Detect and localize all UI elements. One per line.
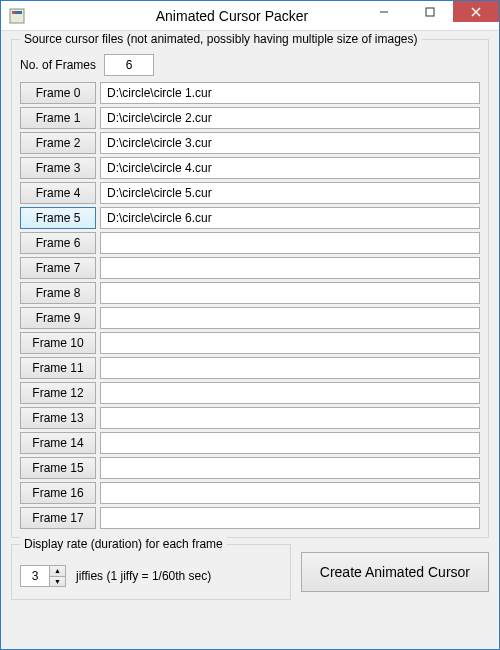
frame-row: Frame 14 xyxy=(20,432,480,454)
frame-path-input[interactable] xyxy=(100,257,480,279)
frame-button[interactable]: Frame 0 xyxy=(20,82,96,104)
frame-row: Frame 4D:\circle\circle 5.cur xyxy=(20,182,480,204)
titlebar: Animated Cursor Packer xyxy=(1,1,499,31)
frame-button[interactable]: Frame 8 xyxy=(20,282,96,304)
frame-row: Frame 3D:\circle\circle 4.cur xyxy=(20,157,480,179)
frames-list: Frame 0D:\circle\circle 1.curFrame 1D:\c… xyxy=(20,82,480,529)
window-buttons xyxy=(361,1,499,22)
frame-button[interactable]: Frame 17 xyxy=(20,507,96,529)
frame-path-input[interactable] xyxy=(100,332,480,354)
svg-rect-4 xyxy=(426,8,434,16)
frame-path-input[interactable]: D:\circle\circle 3.cur xyxy=(100,132,480,154)
create-animated-cursor-button[interactable]: Create Animated Cursor xyxy=(301,552,489,592)
frame-row: Frame 12 xyxy=(20,382,480,404)
num-frames-label: No. of Frames xyxy=(20,58,96,72)
client-area: Source cursor files (not animated, possi… xyxy=(1,31,499,649)
app-window: Animated Cursor Packer Source cursor fil… xyxy=(0,0,500,650)
frame-button[interactable]: Frame 12 xyxy=(20,382,96,404)
frame-row: Frame 11 xyxy=(20,357,480,379)
display-rate-label: Display rate (duration) for each frame xyxy=(20,537,227,551)
frame-button[interactable]: Frame 15 xyxy=(20,457,96,479)
frame-path-input[interactable]: D:\circle\circle 5.cur xyxy=(100,182,480,204)
frame-button[interactable]: Frame 7 xyxy=(20,257,96,279)
frame-row: Frame 7 xyxy=(20,257,480,279)
frame-button[interactable]: Frame 3 xyxy=(20,157,96,179)
frame-button[interactable]: Frame 1 xyxy=(20,107,96,129)
frame-row: Frame 8 xyxy=(20,282,480,304)
frame-row: Frame 0D:\circle\circle 1.cur xyxy=(20,82,480,104)
frame-button[interactable]: Frame 13 xyxy=(20,407,96,429)
frame-path-input[interactable] xyxy=(100,282,480,304)
display-rate-group: Display rate (duration) for each frame 3… xyxy=(11,544,291,600)
frame-row: Frame 6 xyxy=(20,232,480,254)
frame-path-input[interactable] xyxy=(100,407,480,429)
bottom-row: Display rate (duration) for each frame 3… xyxy=(11,544,489,600)
jiffies-value[interactable]: 3 xyxy=(21,566,49,586)
frame-path-input[interactable]: D:\circle\circle 4.cur xyxy=(100,157,480,179)
frame-button[interactable]: Frame 6 xyxy=(20,232,96,254)
frame-row: Frame 5D:\circle\circle 6.cur xyxy=(20,207,480,229)
frame-button[interactable]: Frame 10 xyxy=(20,332,96,354)
frame-path-input[interactable] xyxy=(100,357,480,379)
source-files-label: Source cursor files (not animated, possi… xyxy=(20,32,422,46)
frame-button[interactable]: Frame 2 xyxy=(20,132,96,154)
maximize-button[interactable] xyxy=(407,1,453,22)
frame-button[interactable]: Frame 5 xyxy=(20,207,96,229)
frame-row: Frame 13 xyxy=(20,407,480,429)
frame-path-input[interactable] xyxy=(100,457,480,479)
spinner-up-icon[interactable]: ▲ xyxy=(50,566,65,577)
frame-button[interactable]: Frame 11 xyxy=(20,357,96,379)
frame-button[interactable]: Frame 14 xyxy=(20,432,96,454)
jiffies-spinner[interactable]: 3 ▲ ▼ xyxy=(20,565,66,587)
frame-path-input[interactable]: D:\circle\circle 6.cur xyxy=(100,207,480,229)
frame-row: Frame 16 xyxy=(20,482,480,504)
jiffies-unit-label: jiffies (1 jiffy = 1/60th sec) xyxy=(76,569,211,583)
frame-path-input[interactable] xyxy=(100,432,480,454)
frame-path-input[interactable]: D:\circle\circle 1.cur xyxy=(100,82,480,104)
frame-row: Frame 15 xyxy=(20,457,480,479)
spinner-down-icon[interactable]: ▼ xyxy=(50,577,65,587)
frame-row: Frame 10 xyxy=(20,332,480,354)
frame-row: Frame 9 xyxy=(20,307,480,329)
frame-path-input[interactable]: D:\circle\circle 2.cur xyxy=(100,107,480,129)
display-rate-controls: 3 ▲ ▼ jiffies (1 jiffy = 1/60th sec) xyxy=(20,565,282,587)
spinner-arrows: ▲ ▼ xyxy=(49,566,65,586)
num-frames-row: No. of Frames 6 xyxy=(20,54,480,76)
frame-path-input[interactable] xyxy=(100,507,480,529)
frame-path-input[interactable] xyxy=(100,482,480,504)
frame-button[interactable]: Frame 4 xyxy=(20,182,96,204)
frame-path-input[interactable] xyxy=(100,382,480,404)
frame-row: Frame 1D:\circle\circle 2.cur xyxy=(20,107,480,129)
source-files-group: Source cursor files (not animated, possi… xyxy=(11,39,489,538)
frame-row: Frame 2D:\circle\circle 3.cur xyxy=(20,132,480,154)
frame-path-input[interactable] xyxy=(100,232,480,254)
num-frames-input[interactable]: 6 xyxy=(104,54,154,76)
close-button[interactable] xyxy=(453,1,499,22)
frame-button[interactable]: Frame 16 xyxy=(20,482,96,504)
frame-row: Frame 17 xyxy=(20,507,480,529)
frame-path-input[interactable] xyxy=(100,307,480,329)
frame-button[interactable]: Frame 9 xyxy=(20,307,96,329)
minimize-button[interactable] xyxy=(361,1,407,22)
